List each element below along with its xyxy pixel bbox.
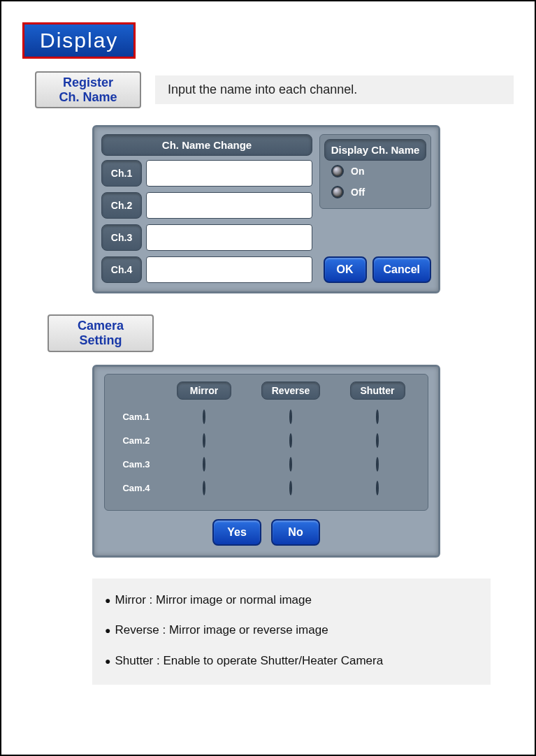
- option-on[interactable]: On: [331, 165, 423, 177]
- radio-icon: [203, 457, 205, 472]
- camera-notes: ●Mirror : Mirror image or normal image ●…: [92, 579, 491, 685]
- cam-row: Cam.1: [112, 405, 421, 429]
- cam3-label: Cam.3: [112, 459, 161, 470]
- option-on-label: On: [351, 166, 364, 177]
- radio-icon: [289, 457, 292, 472]
- cam4-shutter[interactable]: [334, 482, 421, 495]
- cam4-label: Cam.4: [112, 483, 161, 493]
- radio-icon: [289, 409, 292, 424]
- register-line2: Ch. Name: [49, 90, 127, 105]
- col-reverse: Reverse: [247, 381, 334, 400]
- reverse-pill: Reverse: [261, 381, 321, 400]
- radio-icon: [331, 165, 344, 177]
- radio-icon: [331, 186, 344, 198]
- cam3-reverse[interactable]: [247, 458, 334, 471]
- display-ch-name-header: Display Ch. Name: [324, 139, 426, 161]
- ch4-label: Ch.4: [101, 256, 142, 283]
- register-line1: Register: [49, 75, 127, 90]
- camera-setting-button[interactable]: Camera Setting: [48, 314, 154, 351]
- cam3-mirror[interactable]: [161, 458, 247, 471]
- camera-section-header: Camera Setting: [35, 314, 514, 351]
- cam1-label: Cam.1: [112, 412, 161, 422]
- ch3-label: Ch.3: [101, 224, 142, 251]
- ch-row: Ch.2: [101, 192, 312, 219]
- note-reverse-text: Reverse : Mirror image or reverse image: [115, 623, 328, 637]
- display-ch-name-options: On Off: [324, 161, 426, 198]
- cam2-label: Cam.2: [112, 435, 161, 446]
- yes-button[interactable]: Yes: [212, 519, 261, 546]
- ok-cancel-row: OK Cancel: [319, 249, 431, 283]
- shutter-pill: Shutter: [350, 381, 405, 400]
- ch-name-right-panel: Display Ch. Name On Off OK Cancel: [319, 134, 431, 283]
- register-ch-name-button[interactable]: Register Ch. Name: [35, 71, 141, 108]
- cam-row: Cam.2: [112, 429, 421, 453]
- ch3-input[interactable]: [146, 224, 312, 251]
- camera-header-row: Mirror Reverse Shutter: [112, 381, 421, 400]
- option-off-label: Off: [351, 187, 365, 198]
- cam-row: Cam.3: [112, 453, 421, 477]
- ch-name-left-panel: Ch. Name Change Ch.1 Ch.2 Ch.3 Ch.4: [101, 134, 312, 283]
- ch-name-rows: Ch.1 Ch.2 Ch.3 Ch.4: [101, 160, 312, 283]
- cam2-mirror[interactable]: [161, 435, 247, 447]
- register-section-header: Register Ch. Name Input the name into ea…: [22, 71, 514, 108]
- display-ch-name-panel: Display Ch. Name On Off: [319, 134, 431, 209]
- radio-icon: [376, 409, 379, 424]
- radio-icon: [203, 433, 205, 448]
- camera-setting-dialog: Mirror Reverse Shutter Cam.1 Cam.2 Cam.3…: [92, 365, 440, 558]
- note-shutter: ●Shutter : Enable to operate Shutter/Hea…: [105, 652, 478, 670]
- bullet-icon: ●: [105, 625, 110, 636]
- note-mirror-text: Mirror : Mirror image or normal image: [115, 593, 312, 606]
- note-shutter-text: Shutter : Enable to operate Shutter/Heat…: [115, 654, 383, 667]
- page-title-badge: Display: [22, 22, 136, 59]
- option-off[interactable]: Off: [331, 186, 423, 198]
- radio-icon: [203, 409, 205, 424]
- ch2-label: Ch.2: [101, 192, 142, 219]
- ch1-label: Ch.1: [101, 160, 142, 187]
- camera-line1: Camera: [61, 319, 140, 333]
- no-button[interactable]: No: [271, 519, 320, 546]
- radio-icon: [289, 481, 292, 495]
- ch-row: Ch.3: [101, 224, 312, 251]
- cam3-shutter[interactable]: [334, 458, 421, 471]
- cam1-shutter[interactable]: [334, 411, 421, 423]
- camera-line2: Setting: [61, 333, 140, 348]
- col-mirror: Mirror: [161, 381, 247, 400]
- cam4-reverse[interactable]: [247, 482, 334, 495]
- radio-icon: [376, 433, 379, 448]
- cam1-mirror[interactable]: [161, 411, 247, 423]
- ok-button[interactable]: OK: [324, 256, 367, 283]
- ch-row: Ch.4: [101, 256, 312, 283]
- col-shutter: Shutter: [334, 381, 421, 400]
- radio-icon: [376, 457, 379, 472]
- bullet-icon: ●: [105, 655, 110, 667]
- cam2-reverse[interactable]: [247, 435, 334, 447]
- ch1-input[interactable]: [146, 160, 312, 187]
- cam2-shutter[interactable]: [334, 435, 421, 447]
- radio-icon: [203, 481, 205, 495]
- radio-icon: [376, 481, 379, 495]
- mirror-pill: Mirror: [177, 381, 231, 400]
- ch-row: Ch.1: [101, 160, 312, 187]
- yes-no-row: Yes No: [104, 519, 428, 546]
- note-mirror: ●Mirror : Mirror image or normal image: [105, 591, 478, 609]
- radio-icon: [289, 433, 292, 448]
- ch4-input[interactable]: [146, 256, 312, 283]
- ch2-input[interactable]: [146, 192, 312, 219]
- cam1-reverse[interactable]: [247, 411, 334, 423]
- cam-row: Cam.4: [112, 477, 421, 500]
- cancel-button[interactable]: Cancel: [372, 256, 431, 283]
- bullet-icon: ●: [105, 595, 110, 606]
- note-reverse: ●Reverse : Mirror image or reverse image: [105, 621, 478, 639]
- ch-name-change-header: Ch. Name Change: [101, 134, 312, 156]
- cam4-mirror[interactable]: [161, 482, 247, 495]
- ch-name-dialog: Ch. Name Change Ch.1 Ch.2 Ch.3 Ch.4 Disp…: [92, 125, 440, 293]
- register-description: Input the name into each channel.: [155, 75, 514, 104]
- camera-grid: Mirror Reverse Shutter Cam.1 Cam.2 Cam.3…: [104, 374, 428, 511]
